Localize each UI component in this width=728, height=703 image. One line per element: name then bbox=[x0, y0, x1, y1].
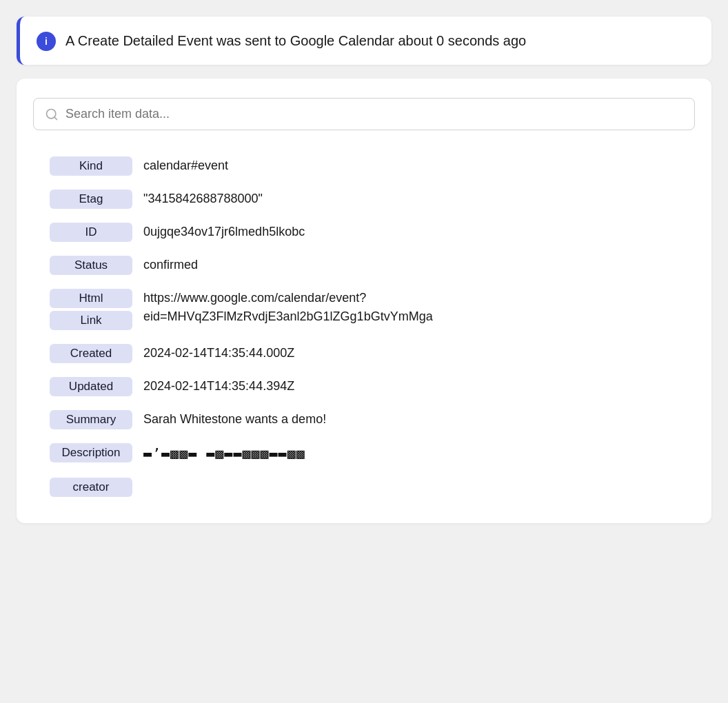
label-updated: Updated bbox=[50, 377, 132, 396]
search-icon bbox=[45, 108, 59, 121]
row-status: Status confirmed bbox=[50, 249, 678, 282]
row-created: Created 2024-02-14T14:35:44.000Z bbox=[50, 337, 678, 370]
label-description: Description bbox=[50, 443, 132, 462]
row-description: Description ▬’▬▩▩▬ ▬▩▬▬▩▩▩▬▬▩▩ bbox=[50, 436, 678, 471]
value-etag: "3415842688788000" bbox=[143, 190, 263, 208]
value-kind: calendar#event bbox=[143, 156, 228, 175]
label-creator: creator bbox=[50, 478, 132, 497]
search-input[interactable] bbox=[65, 107, 683, 121]
value-created: 2024-02-14T14:35:44.000Z bbox=[143, 344, 294, 363]
label-kind: Kind bbox=[50, 156, 132, 176]
row-updated: Updated 2024-02-14T14:35:44.394Z bbox=[50, 370, 678, 403]
notification-banner: i A Create Detailed Event was sent to Go… bbox=[17, 17, 711, 65]
value-status: confirmed bbox=[143, 256, 198, 274]
label-html: Html bbox=[50, 289, 132, 308]
label-created: Created bbox=[50, 344, 132, 363]
data-card: Kind calendar#event Etag "34158426887880… bbox=[17, 79, 711, 523]
value-summary: Sarah Whitestone wants a demo! bbox=[143, 410, 326, 429]
value-updated: 2024-02-14T14:35:44.394Z bbox=[143, 377, 294, 396]
search-container bbox=[33, 98, 695, 130]
label-status: Status bbox=[50, 256, 132, 275]
notification-message: A Create Detailed Event was sent to Goog… bbox=[65, 30, 526, 51]
label-summary: Summary bbox=[50, 410, 132, 429]
value-html-link: https://www.google.com/calendar/event? e… bbox=[143, 289, 433, 326]
row-id: ID 0ujgqe34ov17jr6lmedh5lkobc bbox=[50, 216, 678, 249]
row-summary: Summary Sarah Whitestone wants a demo! bbox=[50, 403, 678, 436]
row-etag: Etag "3415842688788000" bbox=[50, 183, 678, 216]
row-creator: creator bbox=[50, 471, 678, 504]
row-kind: Kind calendar#event bbox=[50, 150, 678, 183]
info-icon: i bbox=[37, 32, 56, 51]
data-rows: Kind calendar#event Etag "34158426887880… bbox=[33, 150, 695, 504]
value-description: ▬’▬▩▩▬ ▬▩▬▬▩▩▩▬▬▩▩ bbox=[143, 443, 305, 464]
label-etag: Etag bbox=[50, 190, 132, 209]
svg-line-1 bbox=[54, 116, 57, 119]
search-wrapper bbox=[33, 98, 695, 130]
row-html-link: Html Link https://www.google.com/calenda… bbox=[50, 282, 678, 337]
label-link: Link bbox=[50, 311, 132, 330]
value-id: 0ujgqe34ov17jr6lmedh5lkobc bbox=[143, 223, 305, 241]
label-id: ID bbox=[50, 223, 132, 242]
